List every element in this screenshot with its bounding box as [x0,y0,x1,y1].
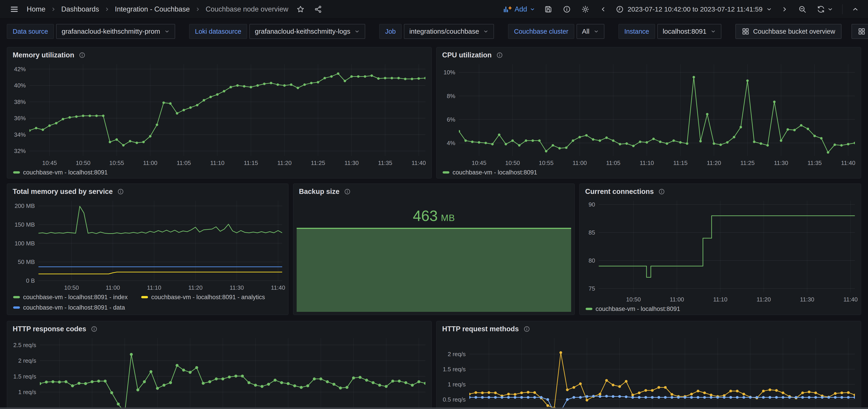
collapse-topbar-button[interactable] [850,4,860,14]
time-shift-back-button[interactable] [598,4,608,14]
svg-text:50 MB: 50 MB [18,259,35,265]
svg-text:1 req/s: 1 req/s [18,389,36,396]
panel-title[interactable]: Current connections [585,188,654,196]
total-memory-chart[interactable]: 10:5011:0011:1011:2011:3011:400 B50 MB10… [7,197,288,292]
legend-series-label: couchbase-vm - localhost:8091 [595,306,680,312]
data-source-select[interactable]: grafanacloud-keithschmitty-prom [56,24,175,39]
svg-text:1 req/s: 1 req/s [448,381,466,388]
info-circle-icon[interactable] [344,188,351,195]
svg-text:11:40: 11:40 [412,160,426,166]
svg-text:150 MB: 150 MB [14,221,35,228]
svg-text:85: 85 [589,229,595,236]
loki-datasource-value: grafanacloud-keithschmitty-logs [255,28,350,35]
info-circle-icon[interactable] [117,188,124,195]
legend-series-marker [586,308,592,310]
current-connections-chart[interactable]: 10:5011:0011:1011:2011:3011:4075808590 [580,197,861,304]
panel-title[interactable]: Memory utilization [13,51,74,59]
legend-item[interactable]: couchbase-vm - localhost:8091 [586,304,680,314]
svg-text:4%: 4% [447,140,455,146]
svg-text:11:00: 11:00 [143,160,157,166]
legend-series-marker [13,306,20,309]
svg-text:10:45: 10:45 [471,160,486,166]
couchbase-bucket-overview-link[interactable]: Couchbase bucket overview [735,24,841,39]
instance-select[interactable]: localhost:8091 [657,24,721,39]
panel-title[interactable]: HTTP response codes [13,325,86,333]
legend-item[interactable]: couchbase-vm - localhost:8091 [13,167,108,178]
variable-instance: Instance localhost:8091 [618,24,721,39]
info-circle-icon[interactable] [523,326,530,332]
variables-bar: Data source grafanacloud-keithschmitty-p… [7,24,861,39]
favorite-button[interactable] [295,4,306,15]
horizontal-scrollbar[interactable] [0,407,868,409]
zoom-out-time-button[interactable] [797,4,808,15]
couchbase-cluster-overview-link[interactable]: Couchbase cluster overview [851,24,868,39]
variable-label: Instance [618,24,655,39]
share-icon [314,5,322,13]
svg-text:2.5 req/s: 2.5 req/s [13,342,36,348]
svg-text:11:20: 11:20 [277,160,292,166]
panel-title[interactable]: HTTP request methods [442,325,519,333]
svg-text:200 MB: 200 MB [14,202,35,209]
legend-series-marker [13,296,20,298]
svg-text:10:45: 10:45 [42,160,57,166]
legend-item[interactable]: couchbase-vm - localhost:8091 - index [13,292,128,302]
svg-text:11:35: 11:35 [378,160,392,166]
couchbase-cluster-value: All [582,28,589,35]
job-value: integrations/couchbase [409,28,479,35]
breadcrumb-integration-couchbase[interactable]: Integration - Couchbase [115,5,190,13]
panel-title[interactable]: Total memory used by service [13,188,113,196]
svg-text:11:30: 11:30 [344,160,359,166]
job-select[interactable]: integrations/couchbase [404,24,494,39]
http-request-methods-chart[interactable]: 0.5 req/s1 req/s1.5 req/s2 req/s [437,334,861,409]
panel-cpu-utilization: CPU utilization 10:4510:5010:5511:0011:0… [436,47,861,178]
zoom-out-icon [798,5,806,13]
refresh-button[interactable] [815,4,835,15]
legend-item[interactable]: couchbase-vm - localhost:8091 - analytic… [141,292,265,302]
chevron-down-icon [530,6,535,12]
info-circle-icon[interactable] [496,52,503,59]
http-response-codes-chart[interactable]: 1 req/s1.5 req/s2 req/s2.5 req/s [7,334,431,409]
legend-item[interactable]: couchbase-vm - localhost:8091 [443,167,537,178]
panel-title[interactable]: Backup size [299,188,339,196]
info-circle-icon[interactable] [79,52,86,59]
save-dashboard-button[interactable] [543,4,554,15]
variable-label: Data source [7,24,54,39]
info-circle-icon[interactable] [658,188,665,195]
svg-text:11:20: 11:20 [707,160,721,166]
add-button[interactable]: Add [503,5,535,13]
dashboard-insights-button[interactable] [561,4,572,15]
info-circle-icon[interactable] [91,326,97,332]
svg-text:11:20: 11:20 [188,284,203,291]
svg-text:11:05: 11:05 [177,160,191,166]
svg-text:10:50: 10:50 [64,284,79,291]
breadcrumb-home[interactable]: Home [27,5,45,13]
panel-title[interactable]: CPU utilization [442,51,492,59]
link-label: Couchbase bucket overview [753,28,835,35]
refresh-icon [817,5,825,13]
memory-utilization-chart[interactable]: 10:4510:5010:5511:0011:0511:1011:1511:20… [7,61,431,167]
legend-series-marker [13,171,20,174]
couchbase-cluster-select[interactable]: All [577,24,604,39]
svg-text:11:40: 11:40 [843,296,858,303]
loki-datasource-select[interactable]: grafanacloud-keithschmitty-logs [249,24,365,39]
panel-http-response-codes: HTTP response codes 1 req/s1.5 req/s2 re… [7,321,432,409]
chevron-down-icon [593,29,599,34]
share-button[interactable] [313,4,323,15]
legend-series-marker [443,171,450,174]
svg-text:11:10: 11:10 [210,160,224,166]
add-label: Add [515,5,527,13]
time-range-picker[interactable]: 2023-07-12 10:42:00 to 2023-07-12 11:41:… [616,5,772,13]
chevron-right-icon [104,6,110,12]
menu-button[interactable] [9,4,20,15]
breadcrumb-dashboards[interactable]: Dashboards [61,5,99,13]
legend-series-label: couchbase-vm - localhost:8091 [453,169,537,176]
legend-item[interactable]: couchbase-vm - localhost:8091 - data [13,302,125,313]
breadcrumb: Home Dashboards Integration - Couchbase … [27,5,288,13]
svg-text:10:50: 10:50 [626,296,641,303]
variable-job: Job integrations/couchbase [379,24,494,39]
top-navigation: Home Dashboards Integration - Couchbase … [0,0,868,19]
info-circle-icon [563,5,571,13]
dashboard-settings-button[interactable] [580,4,591,15]
time-shift-forward-button[interactable] [780,4,789,14]
cpu-utilization-chart[interactable]: 10:4510:5010:5511:0011:0511:1011:1511:20… [437,61,861,167]
